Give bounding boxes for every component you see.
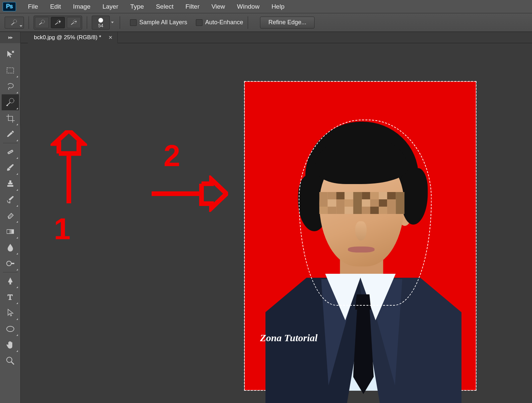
- svg-rect-6: [6, 105, 8, 106]
- watermark-text: Zona Tutorial: [260, 332, 318, 344]
- marquee-tool[interactable]: [2, 62, 19, 78]
- eraser-tool[interactable]: [2, 208, 19, 224]
- move-tool[interactable]: [2, 47, 19, 62]
- menu-help[interactable]: Help: [265, 1, 290, 12]
- pixelated-eyes: [319, 192, 404, 214]
- svg-point-14: [7, 357, 12, 362]
- quick-selection-tool[interactable]: [2, 94, 19, 110]
- document-canvas[interactable]: Zona Tutorial: [244, 81, 476, 390]
- new-selection-button[interactable]: [35, 17, 49, 28]
- zoom-tool[interactable]: [2, 353, 19, 369]
- sample-all-layers-checkbox[interactable]: Sample All Layers: [130, 19, 187, 26]
- brush-size-value: 54: [98, 23, 103, 28]
- refine-edge-button[interactable]: Refine Edge...: [260, 17, 315, 29]
- menu-window[interactable]: Window: [231, 1, 266, 12]
- svg-point-10: [7, 261, 11, 266]
- blur-tool[interactable]: [2, 240, 19, 255]
- crop-tool[interactable]: [2, 110, 19, 126]
- dodge-tool[interactable]: [2, 255, 19, 271]
- brush-preview-icon: [98, 18, 103, 23]
- options-bar: 54 Sample All Layers Auto-Enhance Refine…: [0, 13, 532, 32]
- document-tab-title: bck0.jpg @ 25% (RGB/8) *: [34, 34, 101, 41]
- auto-enhance-checkbox[interactable]: Auto-Enhance: [196, 19, 243, 26]
- menu-select[interactable]: Select: [150, 1, 180, 12]
- tools-panel: T: [0, 43, 21, 403]
- menu-edit[interactable]: Edit: [44, 1, 67, 12]
- eyedropper-tool[interactable]: [2, 126, 19, 142]
- menu-type[interactable]: Type: [124, 1, 150, 12]
- svg-text:T: T: [8, 293, 13, 301]
- work-area: T Quick Selection Tool W: [0, 43, 532, 403]
- expand-panels-handle[interactable]: ▶▶: [0, 32, 21, 43]
- lasso-tool[interactable]: [2, 78, 19, 94]
- gradient-tool[interactable]: [2, 224, 19, 240]
- brush-dropdown[interactable]: [110, 16, 115, 30]
- hand-tool[interactable]: [2, 337, 19, 353]
- brush-preset-picker[interactable]: 54: [92, 16, 110, 30]
- tool-preset-picker[interactable]: [5, 17, 24, 29]
- annotation-number-1: 1: [54, 212, 70, 246]
- menu-filter[interactable]: Filter: [180, 1, 205, 12]
- shape-tool[interactable]: [2, 321, 19, 337]
- tab-close-icon[interactable]: ✕: [108, 35, 113, 41]
- menu-bar: Ps File Edit Image Layer Type Select Fil…: [0, 0, 532, 13]
- quick-select-icon: [13, 20, 17, 23]
- document-tab-strip: ▶▶ bck0.jpg @ 25% (RGB/8) * ✕: [0, 32, 532, 43]
- app-logo: Ps: [3, 2, 16, 11]
- pen-tool[interactable]: [2, 273, 19, 289]
- svg-rect-8: [7, 185, 13, 187]
- svg-rect-11: [11, 263, 14, 264]
- svg-rect-4: [7, 68, 14, 73]
- healing-brush-tool[interactable]: [2, 144, 19, 160]
- clone-stamp-tool[interactable]: [2, 176, 19, 192]
- document-tab[interactable]: bck0.jpg @ 25% (RGB/8) * ✕: [28, 32, 118, 43]
- menu-image[interactable]: Image: [67, 1, 96, 12]
- menu-view[interactable]: View: [205, 1, 231, 12]
- history-brush-tool[interactable]: [2, 192, 19, 208]
- type-tool[interactable]: T: [2, 289, 19, 305]
- svg-point-13: [7, 326, 14, 332]
- portrait-image: [285, 122, 442, 391]
- menu-layer[interactable]: Layer: [96, 1, 124, 12]
- annotation-number-2: 2: [164, 139, 180, 173]
- annotation-arrow-2: [152, 175, 228, 212]
- add-to-selection-button[interactable]: [51, 17, 65, 28]
- path-selection-tool[interactable]: [2, 305, 19, 321]
- svg-rect-0: [11, 24, 13, 25]
- brush-tool[interactable]: [2, 160, 19, 176]
- canvas-zone[interactable]: 1 2: [21, 43, 532, 403]
- selection-mode-group: [34, 16, 82, 30]
- subtract-from-selection-button[interactable]: [67, 17, 81, 28]
- menu-file[interactable]: File: [22, 1, 44, 12]
- svg-rect-9: [7, 230, 14, 234]
- annotation-arrow-1: [51, 130, 87, 203]
